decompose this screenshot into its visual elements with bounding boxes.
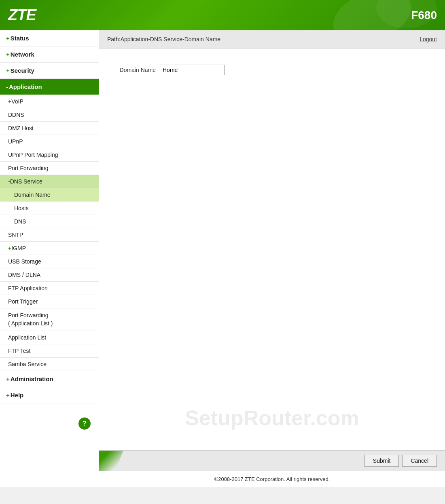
sidebar-item-dns-service[interactable]: -DNS Service <box>0 175 99 188</box>
sidebar-item-port-forwarding-app-list[interactable]: Port Forwarding( Application List ) <box>0 308 99 331</box>
sidebar-item-igmp[interactable]: +IGMP <box>0 242 99 255</box>
plus-icon: + <box>6 35 10 42</box>
domain-name-row: Domain Name <box>111 65 433 75</box>
zte-logo: ZTE <box>8 6 36 24</box>
sidebar-item-hosts[interactable]: Hosts <box>0 202 99 215</box>
sidebar-item-upnp-port-mapping[interactable]: UPnP Port Mapping <box>0 148 99 162</box>
watermark-text: SetupRouter.com <box>185 406 359 430</box>
plus-icon: + <box>6 392 10 399</box>
sidebar-item-network[interactable]: +Network <box>0 46 99 63</box>
sidebar-item-port-forwarding[interactable]: Port Forwarding <box>0 162 99 175</box>
sidebar-item-port-trigger[interactable]: Port Trigger <box>0 295 99 308</box>
sidebar-help-area: ? <box>0 411 99 436</box>
help-button[interactable]: ? <box>78 418 91 430</box>
sidebar: +Status +Network +Security -Application … <box>0 30 99 487</box>
main-layout: +Status +Network +Security -Application … <box>0 30 445 487</box>
sidebar-item-sntp[interactable]: SNTP <box>0 228 99 242</box>
sidebar-item-administration[interactable]: +Administration <box>0 371 99 387</box>
sidebar-item-upnp[interactable]: UPnP <box>0 135 99 148</box>
breadcrumb: Path:Application-DNS Service-Domain Name <box>107 36 220 42</box>
submit-button[interactable]: Submit <box>364 455 399 467</box>
plus-icon: + <box>8 245 11 251</box>
plus-icon: + <box>6 67 10 74</box>
minus-icon: - <box>6 83 8 90</box>
sidebar-item-application-list[interactable]: Application List <box>0 331 99 344</box>
domain-name-input[interactable] <box>160 65 225 75</box>
sidebar-item-security[interactable]: +Security <box>0 63 99 79</box>
plus-icon: + <box>6 375 10 382</box>
logout-link[interactable]: Logout <box>420 36 437 42</box>
cancel-button[interactable]: Cancel <box>402 455 437 467</box>
content-body: Domain Name SetupRouter.com <box>99 49 445 450</box>
sidebar-item-status[interactable]: +Status <box>0 30 99 46</box>
sidebar-item-usb-storage[interactable]: USB Storage <box>0 255 99 268</box>
content-area: Path:Application-DNS Service-Domain Name… <box>99 30 445 487</box>
model-name: F680 <box>411 9 437 22</box>
plus-icon: + <box>6 51 10 58</box>
header: ZTE F680 <box>0 0 445 30</box>
sidebar-item-dms-dlna[interactable]: DMS / DLNA <box>0 268 99 282</box>
sidebar-item-ftp-test[interactable]: FTP Test <box>0 344 99 358</box>
sidebar-item-dmz-host[interactable]: DMZ Host <box>0 122 99 135</box>
footer-buttons: Submit Cancel <box>99 450 445 471</box>
sidebar-item-voip[interactable]: +VoIP <box>0 95 99 108</box>
footer-copyright: ©2008-2017 ZTE Corporation. All rights r… <box>99 471 445 487</box>
sidebar-item-help[interactable]: +Help <box>0 387 99 403</box>
domain-name-label: Domain Name <box>111 67 160 73</box>
sidebar-item-samba-service[interactable]: Samba Service <box>0 358 99 371</box>
sidebar-item-dns[interactable]: DNS <box>0 215 99 228</box>
sidebar-item-ftp-application[interactable]: FTP Application <box>0 282 99 295</box>
plus-icon: + <box>8 98 11 105</box>
sidebar-item-application[interactable]: -Application <box>0 79 99 95</box>
sidebar-item-domain-name[interactable]: Domain Name <box>0 188 99 202</box>
sidebar-item-ddns[interactable]: DDNS <box>0 108 99 122</box>
path-bar: Path:Application-DNS Service-Domain Name… <box>99 30 445 49</box>
